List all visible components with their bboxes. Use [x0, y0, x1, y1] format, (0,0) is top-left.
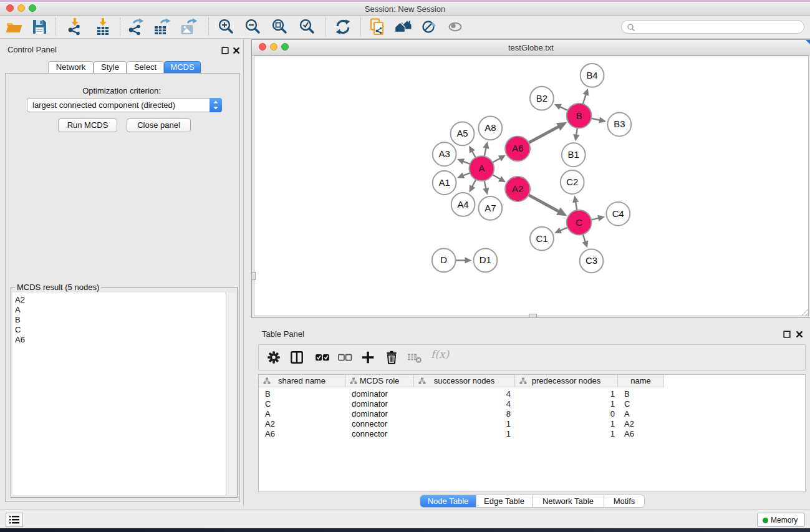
table-cell[interactable]: A6 — [624, 429, 662, 439]
select-all-check-icon[interactable] — [315, 350, 330, 365]
zoom-selected-icon[interactable] — [297, 17, 316, 36]
float-panel-icon[interactable] — [221, 47, 229, 54]
table-cell[interactable]: connector — [352, 419, 411, 429]
column-header-shared-name[interactable]: shared name — [259, 375, 345, 387]
graph-edge[interactable] — [527, 127, 559, 143]
export-table-icon[interactable] — [152, 17, 171, 36]
table-cell[interactable]: 1 — [420, 429, 511, 439]
table-cell[interactable]: C — [265, 399, 339, 409]
result-scrollbar[interactable] — [226, 293, 236, 495]
delete-table-icon[interactable] — [407, 350, 422, 365]
search-icon — [627, 23, 635, 32]
first-neighbors-icon[interactable] — [394, 17, 413, 36]
network-graph[interactable]: B4B2BB3A8A5A6A3B1AA1C2A2A4A7C4CC1C3DD1 — [254, 56, 809, 316]
result-item[interactable]: B — [12, 315, 236, 325]
show-graphics-details-icon[interactable] — [446, 17, 465, 36]
table-settings-icon[interactable] — [266, 350, 281, 365]
resize-grip[interactable] — [802, 309, 809, 316]
graph-edge-arrow — [582, 241, 589, 248]
result-item[interactable]: A2 — [12, 295, 236, 305]
bottom-panel-handle[interactable] — [529, 314, 537, 318]
zoom-fit-icon[interactable] — [270, 17, 289, 36]
table-cell[interactable]: 1 — [420, 419, 511, 429]
float-table-panel-icon[interactable] — [783, 331, 791, 338]
close-panel-icon[interactable] — [233, 47, 240, 54]
table-cell[interactable]: 1 — [521, 429, 615, 439]
result-item[interactable]: A6 — [12, 335, 236, 345]
tab-network[interactable]: Network — [48, 61, 94, 74]
refresh-view-icon[interactable] — [334, 17, 352, 36]
table-cell[interactable]: B — [265, 389, 339, 399]
table-cell[interactable]: 8 — [420, 409, 511, 419]
graph-node-label: B — [576, 110, 582, 121]
zoom-out-icon[interactable] — [243, 17, 262, 36]
tab-edge-table[interactable]: Edge Table — [476, 495, 533, 507]
graph-node-label: D — [440, 254, 447, 265]
graph-node-label: C2 — [566, 177, 578, 187]
import-network-icon[interactable] — [65, 17, 84, 36]
table-panel: Table Panel — [251, 324, 810, 511]
tab-network-table[interactable]: Network Table — [533, 495, 604, 507]
result-item[interactable]: C — [12, 325, 236, 335]
table-cell[interactable]: dominator — [352, 399, 411, 409]
column-header-name[interactable]: name — [618, 375, 664, 387]
add-entry-icon[interactable] — [360, 350, 375, 365]
column-header-successor-nodes[interactable]: successor nodes — [414, 375, 515, 387]
result-item[interactable]: A — [12, 305, 236, 315]
clear-check-icon[interactable] — [337, 350, 352, 365]
table-cell[interactable]: 1 — [521, 389, 615, 399]
new-network-from-selection-icon[interactable] — [368, 17, 387, 36]
table-cell[interactable]: 4 — [420, 399, 511, 409]
tab-motifs[interactable]: Motifs — [604, 495, 644, 507]
export-network-icon[interactable] — [126, 17, 145, 36]
column-header-predecessor-nodes[interactable]: predecessor nodes — [515, 375, 618, 387]
tab-select[interactable]: Select — [127, 61, 164, 74]
export-image-icon[interactable] — [179, 17, 198, 36]
close-panel-button[interactable]: Close panel — [127, 118, 191, 132]
column-header-mcds-role[interactable]: MCDS role — [345, 375, 414, 387]
table-cell[interactable]: connector — [352, 429, 411, 439]
tab-mcds[interactable]: MCDS — [164, 61, 201, 74]
graph-node-label: C3 — [586, 255, 597, 266]
memory-button[interactable]: Memory — [757, 513, 805, 527]
table-cell[interactable]: 4 — [420, 389, 511, 399]
tab-style[interactable]: Style — [94, 61, 127, 74]
table-row[interactable]: Cdominator41C — [259, 399, 805, 409]
close-table-panel-icon[interactable] — [796, 331, 803, 338]
table-cell[interactable]: A6 — [265, 429, 339, 439]
show-panels-button[interactable] — [6, 513, 23, 527]
table-cell[interactable]: A — [624, 409, 662, 419]
table-row[interactable]: A6connector11A6 — [259, 429, 805, 439]
table-cell[interactable]: dominator — [352, 389, 411, 399]
table-cell[interactable]: C — [624, 399, 662, 409]
table-cell[interactable]: 1 — [521, 419, 615, 429]
table-cell[interactable]: A2 — [624, 419, 662, 429]
table-row[interactable]: Adominator80A — [259, 409, 805, 419]
run-mcds-button[interactable]: Run MCDS — [58, 118, 117, 132]
import-table-icon[interactable] — [94, 17, 112, 36]
tab-node-table[interactable]: Node Table — [420, 495, 476, 507]
table-cell[interactable]: 0 — [521, 409, 615, 419]
search-input[interactable] — [621, 20, 804, 34]
split-columns-icon[interactable] — [289, 350, 304, 365]
delete-entry-icon[interactable] — [384, 350, 399, 365]
save-session-icon[interactable] — [30, 17, 49, 36]
hide-annotations-icon[interactable] — [420, 17, 438, 36]
network-window-titlebar[interactable]: testGlobe.txt — [252, 40, 810, 56]
table-row[interactable]: Bdominator41B — [259, 389, 805, 399]
function-builder-icon[interactable]: f(x) — [431, 348, 449, 360]
zoom-in-icon[interactable] — [216, 17, 235, 36]
graph-node-label: B1 — [568, 149, 579, 160]
open-session-icon[interactable] — [4, 17, 23, 36]
table-cell[interactable]: dominator — [352, 409, 411, 419]
graph-edge[interactable] — [527, 194, 559, 211]
left-panel-handle[interactable] — [251, 272, 256, 280]
optimization-criterion-select[interactable]: largest connected component (directed) — [27, 98, 222, 112]
table-cell[interactable]: A2 — [265, 419, 339, 429]
title-bar[interactable]: Session: New Session — [0, 2, 810, 16]
table-cell[interactable]: 1 — [521, 399, 615, 409]
table-cell[interactable]: B — [624, 389, 662, 399]
table-row[interactable]: A2connector11A2 — [259, 419, 805, 429]
tree-icon — [519, 377, 527, 385]
table-cell[interactable]: A — [265, 409, 339, 419]
